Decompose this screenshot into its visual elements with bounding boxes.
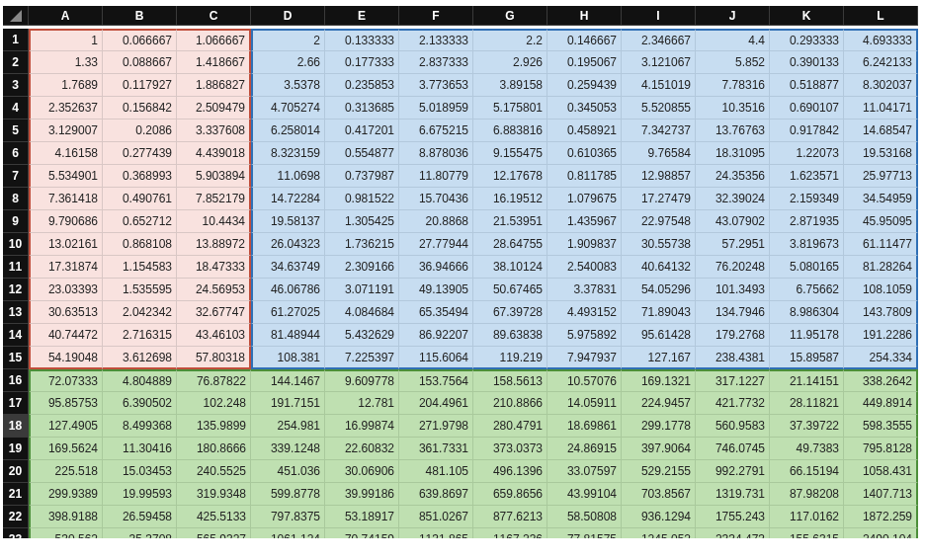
cell-D20[interactable]: 451.036 (251, 460, 325, 483)
cell-J17[interactable]: 421.7732 (696, 392, 770, 415)
cell-A22[interactable]: 398.9188 (29, 506, 103, 528)
cell-I13[interactable]: 71.89043 (622, 301, 696, 324)
cell-L20[interactable]: 1058.431 (844, 460, 918, 483)
cell-E15[interactable]: 7.225397 (325, 347, 399, 369)
cell-E16[interactable]: 9.609778 (325, 369, 399, 392)
cell-H13[interactable]: 4.493152 (547, 301, 622, 324)
cell-L1[interactable]: 4.693333 (844, 29, 918, 51)
cell-J7[interactable]: 24.35356 (696, 165, 770, 188)
cell-I22[interactable]: 936.1294 (622, 506, 696, 528)
cell-H5[interactable]: 0.458921 (547, 120, 622, 142)
cell-C1[interactable]: 1.066667 (177, 29, 251, 51)
cell-L22[interactable]: 1872.259 (844, 506, 918, 528)
cell-A7[interactable]: 5.534901 (29, 165, 103, 188)
cell-E8[interactable]: 0.981522 (325, 188, 399, 210)
cell-D21[interactable]: 599.8778 (251, 483, 325, 506)
column-header-A[interactable]: A (29, 6, 103, 26)
cell-G7[interactable]: 12.17678 (473, 165, 547, 188)
cell-C14[interactable]: 43.46103 (177, 324, 251, 347)
cell-I17[interactable]: 224.9457 (622, 392, 696, 415)
cell-K5[interactable]: 0.917842 (770, 120, 844, 142)
cell-E2[interactable]: 0.177333 (325, 51, 399, 74)
row-header-3[interactable]: 3 (3, 74, 29, 97)
cell-I12[interactable]: 54.05296 (622, 279, 696, 301)
cell-G8[interactable]: 16.19512 (473, 188, 547, 210)
cell-B4[interactable]: 0.156842 (103, 97, 177, 120)
cell-K3[interactable]: 0.518877 (770, 74, 844, 97)
cell-D1[interactable]: 2 (251, 29, 325, 51)
cell-J14[interactable]: 179.2768 (696, 324, 770, 347)
cell-E12[interactable]: 3.071191 (325, 279, 399, 301)
cell-J8[interactable]: 32.39024 (696, 188, 770, 210)
column-header-J[interactable]: J (696, 6, 770, 26)
cell-K20[interactable]: 66.15194 (770, 460, 844, 483)
cell-E20[interactable]: 30.06906 (325, 460, 399, 483)
cell-D10[interactable]: 26.04323 (251, 233, 325, 256)
row-header-12[interactable]: 12 (3, 279, 29, 301)
cell-A3[interactable]: 1.7689 (29, 74, 103, 97)
cell-C17[interactable]: 102.248 (177, 392, 251, 415)
cell-A17[interactable]: 95.85753 (29, 392, 103, 415)
cell-B16[interactable]: 4.804889 (103, 369, 177, 392)
cell-I1[interactable]: 2.346667 (622, 29, 696, 51)
cell-K4[interactable]: 0.690107 (770, 97, 844, 120)
cell-K8[interactable]: 2.159349 (770, 188, 844, 210)
cell-K13[interactable]: 8.986304 (770, 301, 844, 324)
cell-B17[interactable]: 6.390502 (103, 392, 177, 415)
cell-G13[interactable]: 67.39728 (473, 301, 547, 324)
cell-C3[interactable]: 1.886827 (177, 74, 251, 97)
cell-B10[interactable]: 0.868108 (103, 233, 177, 256)
cell-G17[interactable]: 210.8866 (473, 392, 547, 415)
cell-D16[interactable]: 144.1467 (251, 369, 325, 392)
row-header-17[interactable]: 17 (3, 392, 29, 415)
cell-K17[interactable]: 28.11821 (770, 392, 844, 415)
row-header-9[interactable]: 9 (3, 210, 29, 233)
cell-F1[interactable]: 2.133333 (399, 29, 473, 51)
cell-H14[interactable]: 5.975892 (547, 324, 622, 347)
cell-G22[interactable]: 877.6213 (473, 506, 547, 528)
cell-A14[interactable]: 40.74472 (29, 324, 103, 347)
cell-B15[interactable]: 3.612698 (103, 347, 177, 369)
cell-F3[interactable]: 3.773653 (399, 74, 473, 97)
cell-L5[interactable]: 14.68547 (844, 120, 918, 142)
cell-F16[interactable]: 153.7564 (399, 369, 473, 392)
select-all-corner[interactable] (3, 6, 29, 26)
cell-J18[interactable]: 560.9583 (696, 415, 770, 438)
cell-J12[interactable]: 101.3493 (696, 279, 770, 301)
cell-D13[interactable]: 61.27025 (251, 301, 325, 324)
row-header-8[interactable]: 8 (3, 188, 29, 210)
column-header-K[interactable]: K (770, 6, 844, 26)
cell-C15[interactable]: 57.80318 (177, 347, 251, 369)
cell-J10[interactable]: 57.2951 (696, 233, 770, 256)
row-header-14[interactable]: 14 (3, 324, 29, 347)
cell-H4[interactable]: 0.345053 (547, 97, 622, 120)
cell-A18[interactable]: 127.4905 (29, 415, 103, 438)
cell-L11[interactable]: 81.28264 (844, 256, 918, 279)
cell-G11[interactable]: 38.10124 (473, 256, 547, 279)
cell-C2[interactable]: 1.418667 (177, 51, 251, 74)
cell-I2[interactable]: 3.121067 (622, 51, 696, 74)
cell-K1[interactable]: 0.293333 (770, 29, 844, 51)
cell-B6[interactable]: 0.277439 (103, 142, 177, 165)
cell-J1[interactable]: 4.4 (696, 29, 770, 51)
cell-B9[interactable]: 0.652712 (103, 210, 177, 233)
row-header-10[interactable]: 10 (3, 233, 29, 256)
cell-J21[interactable]: 1319.731 (696, 483, 770, 506)
cell-E13[interactable]: 4.084684 (325, 301, 399, 324)
cell-L13[interactable]: 143.7809 (844, 301, 918, 324)
row-header-1[interactable]: 1 (3, 29, 29, 51)
cell-F15[interactable]: 115.6064 (399, 347, 473, 369)
cell-K18[interactable]: 37.39722 (770, 415, 844, 438)
cell-A6[interactable]: 4.16158 (29, 142, 103, 165)
cell-F8[interactable]: 15.70436 (399, 188, 473, 210)
cell-B8[interactable]: 0.490761 (103, 188, 177, 210)
cell-A5[interactable]: 3.129007 (29, 120, 103, 142)
column-header-L[interactable]: L (844, 6, 918, 26)
cell-D9[interactable]: 19.58137 (251, 210, 325, 233)
cell-C22[interactable]: 425.5133 (177, 506, 251, 528)
cell-B14[interactable]: 2.716315 (103, 324, 177, 347)
cell-F4[interactable]: 5.018959 (399, 97, 473, 120)
cell-G5[interactable]: 6.883816 (473, 120, 547, 142)
cell-D11[interactable]: 34.63749 (251, 256, 325, 279)
cell-A1[interactable]: 1 (29, 29, 103, 51)
